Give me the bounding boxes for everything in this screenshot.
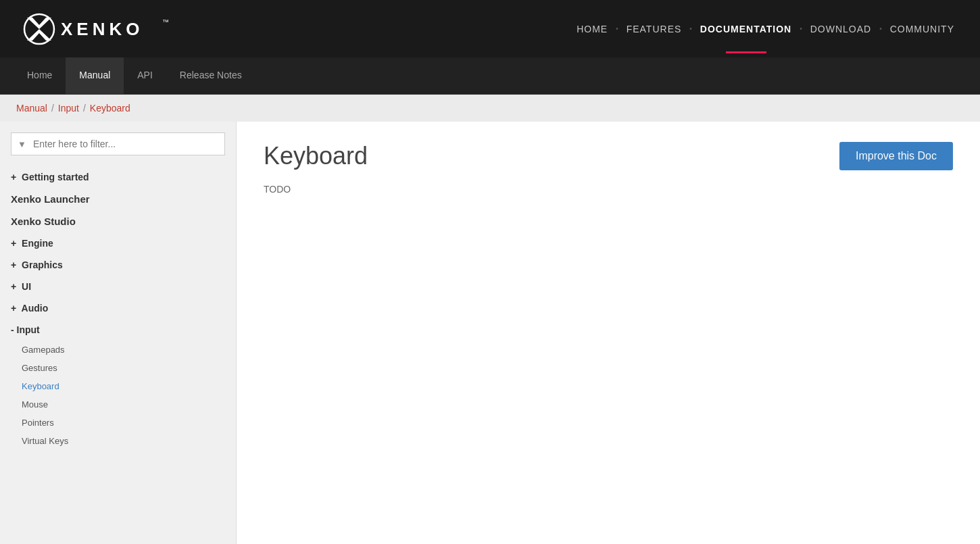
sidebar-subitem-pointers[interactable]: Pointers — [0, 414, 236, 432]
nav-dot-4: • — [877, 25, 885, 32]
content-header: Keyboard Improve this Doc — [264, 142, 953, 170]
expand-icon-audio: + — [11, 303, 16, 314]
nav-download[interactable]: DOWNLOAD — [805, 24, 877, 34]
content-todo: TODO — [264, 184, 953, 195]
sidebar-item-getting-started[interactable]: + Getting started — [0, 166, 236, 188]
nav-home[interactable]: HOME — [571, 24, 613, 34]
top-navigation: XENKO ™ HOME • FEATURES • DOCUMENTATION … — [0, 0, 980, 57]
sidebar-subitem-mouse[interactable]: Mouse — [0, 395, 236, 414]
sidebar-item-audio-label: Audio — [22, 303, 49, 314]
expand-icon-getting-started: + — [11, 172, 16, 182]
sidebar-item-engine[interactable]: + Engine — [0, 232, 236, 254]
sidebar: ▼ + Getting started Xenko Launcher Xenko… — [0, 122, 237, 544]
breadcrumb-sep-1: / — [51, 103, 54, 114]
svg-text:™: ™ — [162, 18, 169, 26]
improve-doc-button[interactable]: Improve this Doc — [839, 142, 953, 170]
sidebar-subitem-gamepads[interactable]: Gamepads — [0, 341, 236, 359]
main-layout: ▼ + Getting started Xenko Launcher Xenko… — [0, 122, 980, 544]
expand-icon-graphics: + — [11, 259, 16, 270]
sidebar-item-input-label: Input — [17, 324, 40, 335]
tab-release-notes[interactable]: Release Notes — [166, 57, 255, 94]
tab-manual[interactable]: Manual — [66, 57, 124, 94]
expand-icon-ui: + — [11, 281, 16, 292]
breadcrumb-sep-2: / — [83, 103, 86, 114]
logo-area: XENKO ™ — [20, 12, 169, 46]
nav-dot-2: • — [687, 25, 695, 32]
sidebar-subitem-virtual-keys-label: Virtual Keys — [22, 436, 68, 446]
sidebar-subitem-mouse-label: Mouse — [22, 399, 48, 410]
sidebar-item-engine-label: Engine — [22, 238, 53, 249]
svg-text:XENKO: XENKO — [61, 19, 143, 39]
sidebar-item-ui-label: UI — [22, 281, 31, 292]
sidebar-filter-container: ▼ — [11, 132, 225, 155]
breadcrumb-input[interactable]: Input — [58, 103, 79, 114]
nav-features[interactable]: FEATURES — [621, 24, 687, 34]
collapse-icon-input: - — [11, 324, 14, 335]
sidebar-subitem-gestures-label: Gestures — [22, 363, 57, 373]
sidebar-item-graphics-label: Graphics — [22, 259, 63, 270]
sidebar-subitem-gestures[interactable]: Gestures — [0, 359, 236, 377]
sidebar-subitem-keyboard-label: Keyboard — [22, 381, 59, 391]
nav-links: HOME • FEATURES • DOCUMENTATION • DOWNLO… — [571, 24, 960, 34]
sidebar-subitem-pointers-label: Pointers — [22, 418, 54, 428]
sidebar-item-xenko-launcher[interactable]: Xenko Launcher — [0, 188, 236, 210]
nav-dot-3: • — [797, 25, 805, 32]
breadcrumb-manual[interactable]: Manual — [16, 103, 47, 114]
sidebar-subitem-gamepads-label: Gamepads — [22, 345, 65, 355]
nav-community[interactable]: COMMUNITY — [885, 24, 960, 34]
sidebar-item-graphics[interactable]: + Graphics — [0, 254, 236, 276]
sidebar-item-ui[interactable]: + UI — [0, 276, 236, 297]
sidebar-item-getting-started-label: Getting started — [22, 172, 89, 182]
secondary-navigation: Home Manual API Release Notes — [0, 57, 980, 95]
sidebar-item-xenko-launcher-label: Xenko Launcher — [11, 193, 90, 205]
nav-dot-1: • — [613, 25, 621, 32]
sidebar-subitem-virtual-keys[interactable]: Virtual Keys — [0, 432, 236, 450]
page-title: Keyboard — [264, 142, 368, 170]
svg-point-0 — [24, 14, 54, 44]
sidebar-filter-input[interactable] — [11, 132, 225, 155]
sidebar-item-xenko-studio[interactable]: Xenko Studio — [0, 210, 236, 232]
sidebar-item-input[interactable]: - Input — [0, 319, 236, 341]
sidebar-item-audio[interactable]: + Audio — [0, 297, 236, 319]
sidebar-subitem-keyboard[interactable]: Keyboard — [0, 377, 236, 395]
main-content: Keyboard Improve this Doc TODO — [237, 122, 980, 544]
breadcrumb-keyboard[interactable]: Keyboard — [90, 103, 130, 114]
expand-icon-engine: + — [11, 238, 16, 249]
xenko-logo: XENKO ™ — [20, 12, 169, 46]
nav-documentation[interactable]: DOCUMENTATION — [695, 24, 797, 34]
tab-api[interactable]: API — [124, 57, 166, 94]
filter-icon: ▼ — [18, 139, 26, 149]
tab-home[interactable]: Home — [14, 57, 66, 94]
sidebar-item-xenko-studio-label: Xenko Studio — [11, 216, 76, 227]
breadcrumb: Manual / Input / Keyboard — [0, 95, 980, 122]
